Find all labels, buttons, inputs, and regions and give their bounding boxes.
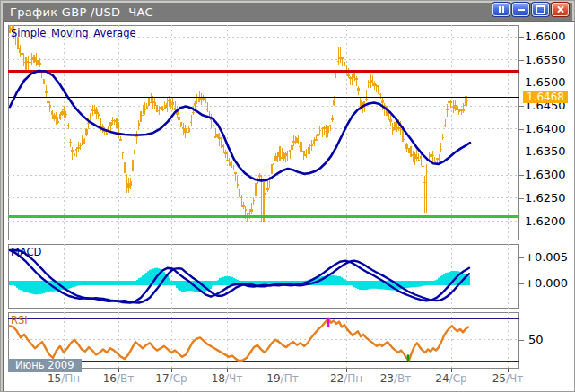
macd-hist-bar (27, 281, 29, 292)
candle-body (253, 200, 255, 202)
macd-hist-bar (405, 281, 407, 288)
candle-body (315, 139, 317, 140)
price-axis-tick (519, 106, 524, 107)
macd-hist-bar (100, 281, 102, 285)
candle-body (186, 132, 187, 133)
macd-hist-bar (36, 281, 38, 294)
macd-hist-bar (131, 281, 133, 285)
candle-body (248, 213, 250, 214)
macd-hist-bar (185, 281, 187, 292)
candle-body (392, 127, 394, 131)
macd-hist-bar (140, 277, 142, 285)
candle-body (82, 142, 83, 144)
day-number: 15 (48, 372, 61, 385)
macd-hist-bar (9, 281, 11, 285)
macd-hist-bar (416, 281, 418, 287)
candle-body (29, 62, 30, 63)
macd-hist-bar (133, 281, 135, 285)
candle-body (144, 109, 145, 110)
macd-hist-bar (30, 281, 32, 293)
candle-body (434, 161, 436, 163)
candle-body (43, 79, 45, 84)
candle-body (180, 122, 182, 126)
candle-body (303, 151, 305, 156)
candle-body (174, 108, 176, 110)
candle-body (305, 154, 307, 156)
candle-body (274, 156, 276, 161)
macd-hist-bar (144, 274, 145, 285)
macd-hist-bar (339, 276, 341, 285)
macd-hist-bar (138, 278, 140, 285)
macd-hist-bar (352, 281, 353, 286)
day-number: 24 (435, 372, 449, 385)
candle-body (397, 127, 399, 128)
macd-hist-bar (440, 276, 441, 285)
macd-canvas (8, 244, 519, 309)
candle-body (420, 156, 422, 158)
pause-button[interactable] (492, 3, 510, 16)
candle-body (309, 145, 310, 146)
macd-hist-bar (145, 273, 147, 285)
minimize-button[interactable] (512, 3, 529, 16)
macd-hist-bar (43, 281, 45, 293)
candle-body (234, 172, 236, 173)
macd-hist-bar (83, 281, 84, 285)
macd-hist-bar (66, 281, 68, 289)
candle-body (327, 126, 329, 133)
candle-body (456, 106, 457, 110)
candle-body (108, 126, 109, 130)
macd-hist-bar (102, 281, 104, 285)
weekday-label: /Ср (170, 372, 187, 385)
macd-hist-bar (129, 281, 131, 285)
macd-hist-bar (91, 281, 93, 285)
candle-body (448, 101, 449, 102)
candle-body (263, 185, 265, 186)
macd-signal-line (10, 250, 469, 303)
candle-body (325, 131, 327, 132)
candle-body (431, 155, 433, 156)
macd-hist-bar (136, 280, 138, 285)
macd-hist-bar (330, 275, 332, 285)
candle-body (466, 100, 468, 101)
candle-body (182, 127, 184, 129)
maximize-button[interactable] (532, 3, 549, 16)
macd-hist-bar (468, 276, 470, 285)
candle-body (226, 160, 228, 162)
candle-body (83, 139, 85, 144)
candle-body (242, 205, 244, 206)
candle-body (426, 171, 428, 172)
macd-axis-label: +0.000 (525, 276, 568, 290)
rsi-canvas (8, 312, 519, 369)
candle-body (205, 98, 206, 103)
price-axis-label: 1.6250 (525, 191, 566, 205)
candle-body (405, 144, 407, 149)
candle-body (130, 181, 132, 186)
macd-indicator-label: MACD (11, 246, 41, 258)
macd-hist-bar (77, 281, 79, 286)
price-axis-label: 1.6400 (525, 122, 566, 135)
candle-body (291, 145, 292, 150)
time-axis-label: 23/Вт (376, 372, 415, 385)
macd-hist-bar (215, 281, 217, 285)
candle-body (277, 152, 279, 157)
price-chart-canvas (8, 25, 519, 240)
candle-body (400, 129, 402, 131)
candle-body (164, 105, 166, 109)
candle-body (39, 63, 40, 65)
candle-body (37, 60, 39, 65)
macd-hist-bar (441, 275, 443, 285)
macd-hist-bar (32, 281, 34, 294)
macd-hist-bar (221, 277, 222, 285)
price-axis-label: 1.6350 (525, 144, 566, 158)
candle-body (368, 82, 370, 84)
macd-hist-bar (226, 276, 228, 285)
macd-hist-bar (113, 281, 115, 285)
candle-body (25, 63, 27, 65)
candle-body (119, 139, 121, 140)
macd-hist-bar (418, 281, 420, 287)
candle-body (378, 90, 379, 91)
candle-body (47, 101, 48, 103)
close-button[interactable] (552, 3, 569, 16)
candle-body (422, 166, 423, 167)
macd-hist-bar (124, 281, 126, 285)
